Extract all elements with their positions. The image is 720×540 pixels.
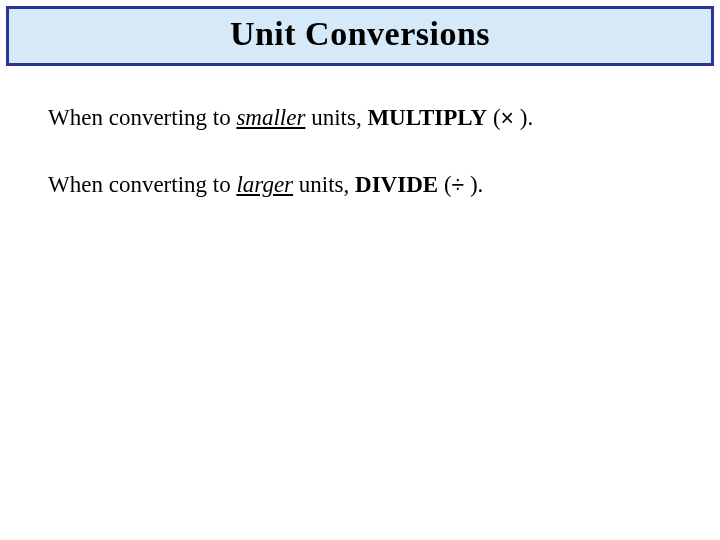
emphasis-larger: larger [236,172,293,197]
emphasis-smaller: smaller [236,105,305,130]
text: When converting to [48,172,236,197]
action-multiply: MULTIPLY [367,105,487,130]
text: When converting to [48,105,236,130]
text: ( [438,172,451,197]
divide-icon: ÷ [452,172,465,198]
rule-smaller-units: When converting to smaller units, MULTIP… [48,102,672,133]
content-area: When converting to smaller units, MULTIP… [0,66,720,200]
action-divide: DIVIDE [355,172,438,197]
text: units, [305,105,367,130]
text: ). [514,105,533,130]
text: ). [464,172,483,197]
multiply-icon: × [501,105,514,131]
rule-larger-units: When converting to larger units, DIVIDE … [48,169,672,200]
title-bar: Unit Conversions [6,6,714,66]
slide: Unit Conversions When converting to smal… [0,6,720,540]
text: units, [293,172,355,197]
slide-title: Unit Conversions [9,15,711,53]
text: ( [487,105,500,130]
